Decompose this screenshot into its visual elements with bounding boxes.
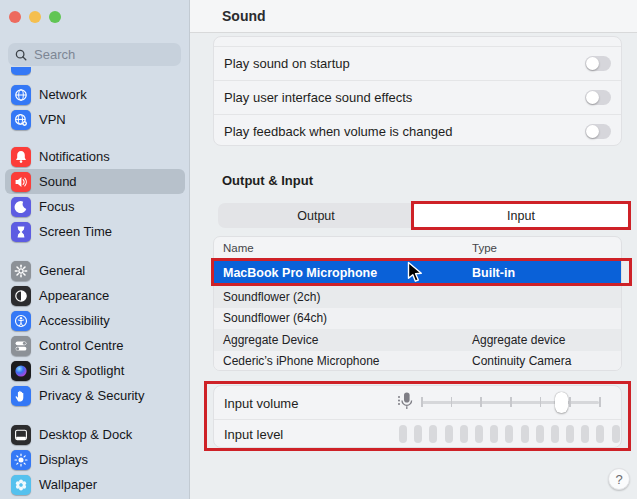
column-header-name: Name — [214, 242, 472, 254]
input-level-segment — [521, 425, 529, 443]
minimize-button[interactable] — [29, 11, 41, 23]
flower-icon — [11, 475, 31, 495]
sidebar-item-sound[interactable]: Sound — [5, 169, 185, 194]
input-level-segment — [414, 425, 422, 443]
slider-tick — [540, 397, 542, 407]
accessibility-icon — [11, 311, 31, 331]
titlebar: Sound — [190, 0, 637, 33]
search-field[interactable] — [8, 43, 181, 66]
setting-row-ui-sound-effects: Play user interface sound effects — [214, 81, 621, 114]
output-input-segmented-control: Output Input — [218, 203, 628, 228]
help-button[interactable]: ? — [608, 468, 630, 490]
input-level-segment — [505, 425, 513, 443]
network-globe-icon — [11, 85, 31, 105]
input-level-segment — [581, 425, 589, 443]
volume-feedback-toggle[interactable] — [585, 124, 611, 139]
input-level-segment — [429, 425, 437, 443]
mic-low-icon — [397, 391, 415, 413]
sidebar: Network VPN Notifications Sound Focus — [0, 0, 190, 499]
input-level-segment — [445, 425, 453, 443]
sidebar-item-notifications[interactable]: Notifications — [5, 144, 185, 169]
input-level-segment — [399, 425, 407, 443]
input-level-segment — [536, 425, 544, 443]
slider-tick — [599, 397, 601, 407]
input-level-meter — [399, 425, 619, 443]
sidebar-item-general[interactable]: General — [5, 258, 185, 283]
sidebar-item-siri-spotlight[interactable]: Siri & Spotlight — [5, 358, 185, 383]
table-row-aggregate-device[interactable]: Aggregate Device Aggregate device — [214, 329, 621, 351]
slider-tick — [480, 397, 482, 407]
input-volume-thumb[interactable] — [555, 392, 568, 413]
setting-row-volume-feedback: Play feedback when volume is changed — [214, 115, 621, 147]
table-row-cederics-iphone-microphone[interactable]: Cederic’s iPhone Microphone Continuity C… — [214, 351, 621, 372]
slider-tick — [569, 397, 571, 407]
input-level-segment — [460, 425, 468, 443]
tab-input[interactable]: Input — [414, 203, 628, 228]
sidebar-item-desktop-dock[interactable]: Desktop & Dock — [5, 422, 185, 447]
sun-icon — [11, 450, 31, 470]
dock-icon — [11, 425, 31, 445]
input-level-segment — [596, 425, 604, 443]
clipped-row — [214, 37, 621, 46]
sound-effects-card: Play sound on startup Play user interfac… — [213, 36, 622, 146]
table-row-soundflower-64ch[interactable]: Soundflower (64ch) — [214, 308, 621, 330]
startup-sound-toggle[interactable] — [585, 56, 611, 71]
sidebar-item-appearance[interactable]: Appearance — [5, 283, 185, 308]
close-button[interactable] — [9, 11, 21, 23]
sidebar-item-screen-time[interactable]: Screen Time — [5, 219, 185, 244]
input-volume-card: Input volume Input level — [213, 385, 622, 448]
table-row-soundflower-2ch[interactable]: Soundflower (2ch) — [214, 286, 621, 308]
page-title: Sound — [222, 8, 266, 24]
setting-row-startup-sound: Play sound on startup — [214, 47, 621, 80]
sidebar-item-partial[interactable] — [11, 67, 31, 76]
sidebar-item-control-centre[interactable]: Control Centre — [5, 333, 185, 358]
sidebar-item-vpn[interactable]: VPN — [5, 107, 185, 132]
input-level-segment — [490, 425, 498, 443]
system-settings-window: Network VPN Notifications Sound Focus — [0, 0, 637, 499]
tab-output[interactable]: Output — [218, 203, 414, 228]
speaker-icon — [11, 172, 31, 192]
sidebar-item-privacy-security[interactable]: Privacy & Security — [5, 383, 185, 408]
clipped-blue-icon — [11, 67, 31, 75]
search-icon — [15, 49, 27, 61]
section-title-output-input: Output & Input — [222, 173, 313, 188]
input-level-segment — [475, 425, 483, 443]
toggles-icon — [11, 336, 31, 356]
search-input[interactable] — [32, 46, 162, 63]
table-header: Name Type — [214, 237, 621, 260]
bell-icon — [11, 147, 31, 167]
slider-tick — [510, 397, 512, 407]
column-header-type: Type — [472, 242, 497, 254]
vpn-globe-icon — [11, 110, 31, 130]
gear-icon — [11, 261, 31, 281]
slider-tick — [451, 397, 453, 407]
sidebar-item-network[interactable]: Network — [5, 82, 185, 107]
sidebar-item-wallpaper[interactable]: Wallpaper — [5, 472, 185, 497]
hand-icon — [11, 386, 31, 406]
zoom-button[interactable] — [49, 11, 61, 23]
sidebar-item-focus[interactable]: Focus — [5, 194, 185, 219]
slider-tick — [421, 397, 423, 407]
sidebar-item-accessibility[interactable]: Accessibility — [5, 308, 185, 333]
table-row-macbook-pro-microphone[interactable]: MacBook Pro Microphone Built-in — [214, 260, 621, 286]
input-volume-row: Input volume — [214, 386, 621, 419]
ui-sound-effects-toggle[interactable] — [585, 90, 611, 105]
hourglass-icon — [11, 222, 31, 242]
input-devices-table: Name Type MacBook Pro Microphone Built-i… — [213, 236, 622, 371]
contrast-icon — [11, 286, 31, 306]
sidebar-item-displays[interactable]: Displays — [5, 447, 185, 472]
input-level-segment — [612, 425, 620, 443]
moon-icon — [11, 197, 31, 217]
input-level-segment — [551, 425, 559, 443]
input-level-segment — [566, 425, 574, 443]
siri-orb-icon — [11, 361, 31, 381]
input-level-row: Input level — [214, 420, 621, 448]
